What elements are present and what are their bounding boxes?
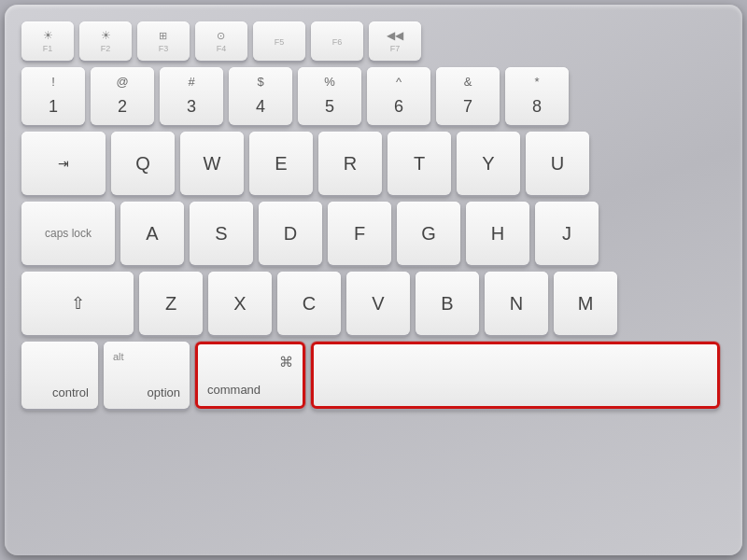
key-q[interactable]: Q: [111, 132, 175, 195]
key-z[interactable]: Z: [139, 272, 203, 335]
fn-row: ☀ F1 ☀ F2 ⊞ F3 ⊙ F4 F5: [21, 21, 726, 61]
key-spacebar[interactable]: [311, 342, 720, 409]
key-y[interactable]: Y: [457, 132, 520, 195]
key-left-shift[interactable]: ⇧: [21, 272, 134, 335]
key-f1[interactable]: ☀ F1: [21, 21, 74, 61]
brightness-high-icon: ☀: [101, 29, 111, 42]
key-h[interactable]: H: [466, 202, 529, 265]
qwerty-row: ⇥ Q W E R T Y U: [21, 132, 726, 195]
key-n[interactable]: N: [485, 272, 548, 335]
key-f3[interactable]: ⊞ F3: [137, 21, 190, 61]
key-f2[interactable]: ☀ F2: [79, 21, 132, 61]
key-t[interactable]: T: [388, 132, 451, 195]
key-f5[interactable]: F5: [253, 21, 305, 61]
dashboard-icon: ⊙: [217, 30, 225, 42]
key-6[interactable]: ^ 6: [367, 67, 430, 125]
control-label: control: [52, 385, 89, 399]
key-x[interactable]: X: [208, 272, 272, 335]
key-g[interactable]: G: [397, 202, 460, 265]
asdf-row: caps lock A S D F G H J: [21, 202, 726, 265]
alt-label: alt: [113, 351, 124, 362]
key-b[interactable]: B: [416, 272, 479, 335]
key-1[interactable]: ! 1: [21, 67, 85, 125]
key-7[interactable]: & 7: [436, 67, 500, 125]
key-4[interactable]: $ 4: [229, 67, 292, 125]
key-s[interactable]: S: [190, 202, 253, 265]
key-5[interactable]: % 5: [298, 67, 361, 125]
key-2[interactable]: @ 2: [91, 67, 154, 125]
key-f7[interactable]: ◀◀ F7: [369, 21, 421, 61]
key-f6[interactable]: F6: [311, 21, 363, 61]
key-f4[interactable]: ⊙ F4: [195, 21, 247, 61]
command-icon: ⌘: [279, 354, 293, 371]
brightness-low-icon: ☀: [43, 29, 53, 42]
number-row: ! 1 @ 2 # 3 $ 4 % 5 ^ 6 & 7 * 8: [21, 67, 726, 125]
option-label: option: [148, 385, 180, 399]
key-command[interactable]: ⌘ command: [195, 342, 305, 409]
key-d[interactable]: D: [259, 202, 322, 265]
rewind-icon: ◀◀: [387, 29, 403, 42]
key-c[interactable]: C: [277, 272, 341, 335]
expose-icon: ⊞: [159, 30, 167, 42]
zxcv-row: ⇧ Z X C V B N M: [21, 272, 726, 335]
key-8[interactable]: * 8: [505, 67, 569, 125]
key-control[interactable]: control: [21, 342, 98, 409]
key-m[interactable]: M: [554, 272, 617, 335]
bottom-row: control alt option ⌘ command: [21, 342, 726, 409]
command-label: command: [207, 383, 261, 397]
key-r[interactable]: R: [318, 132, 382, 195]
key-a[interactable]: A: [120, 202, 184, 265]
key-capslock[interactable]: caps lock: [21, 202, 115, 265]
key-3[interactable]: # 3: [160, 67, 223, 125]
key-tab[interactable]: ⇥: [21, 132, 106, 195]
key-option[interactable]: alt option: [104, 342, 190, 409]
keyboard: ☀ F1 ☀ F2 ⊞ F3 ⊙ F4 F5: [5, 5, 742, 555]
key-u[interactable]: U: [526, 132, 589, 195]
key-j[interactable]: J: [535, 202, 599, 265]
key-f[interactable]: F: [328, 202, 391, 265]
key-w[interactable]: W: [180, 132, 244, 195]
key-v[interactable]: V: [346, 272, 410, 335]
key-e[interactable]: E: [249, 132, 313, 195]
